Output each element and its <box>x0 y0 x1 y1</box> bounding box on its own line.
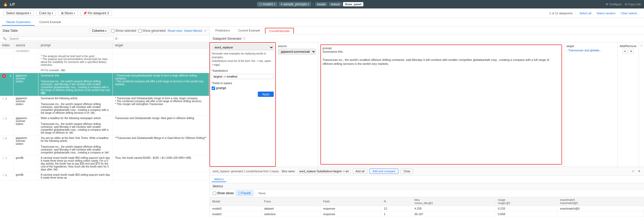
td-index <box>0 48 14 54</box>
row-actions: ☆ 7 <box>2 156 11 160</box>
star-button[interactable]: ☆ <box>2 137 5 140</box>
configure-button[interactable]: ⚙ Configure <box>606 3 622 6</box>
th-prompt: prompt <box>38 42 113 48</box>
add-remove-label: Add/Remove <box>620 44 637 48</box>
substitutions-input[interactable] <box>212 74 274 79</box>
add-all-button[interactable]: Add all <box>353 169 368 174</box>
td-index: ☆ 7 <box>0 155 14 172</box>
prompt-col-label: prompt <box>323 47 560 50</box>
td-target: Transocean and Globalsantafe merge: New … <box>113 116 209 135</box>
select-datapoint-button[interactable]: Select datapoint ▾ <box>3 11 34 16</box>
show-generated-label[interactable]: Show generated <box>138 29 166 33</box>
th-field: Field <box>320 197 381 206</box>
table-row[interactable]: ☆ 6 gigaword-summarization You are an ed… <box>0 135 209 155</box>
show-generated-checkbox[interactable] <box>138 29 142 33</box>
dataset-select[interactable]: ≡ sample_prompts ▾ <box>279 2 311 7</box>
clear-selection-button[interactable]: Clear selecti... <box>619 11 641 15</box>
metrics-field: response <box>320 206 381 211</box>
target-value: - Transocean and globals... <box>567 49 615 52</box>
layout-default-btn[interactable]: default <box>329 2 342 6</box>
layout-simple-btn[interactable]: simple <box>315 2 328 6</box>
star-button[interactable]: ☆ <box>6 74 9 78</box>
slices-label: Slices <box>64 11 73 15</box>
filter-icon[interactable]: ▼ <box>638 169 641 173</box>
select-random-button[interactable]: Select random <box>595 11 617 15</box>
copy-link-button[interactable]: ⧉ Copy Link <box>625 3 641 6</box>
slice-name-input[interactable] <box>298 169 351 174</box>
metrics-rouge: 0.658 <box>495 211 557 217</box>
td-source: gigaword-summarization <box>14 73 38 96</box>
table-row[interactable]: ☆ 7 gsm8k A carnival snack booth made $5… <box>0 155 209 172</box>
more-btn-7[interactable]: ••• <box>53 168 58 171</box>
expand-icon[interactable]: ⤢ <box>204 29 207 33</box>
columns-button[interactable]: Columns ▾ <box>90 28 109 33</box>
more-btn-5[interactable]: ••• <box>69 131 74 134</box>
metrics-row-selection: model1 selection response 1 36.167 0.658 <box>210 211 644 217</box>
more-btn-6[interactable]: ••• <box>104 151 109 154</box>
tab-counterfactuals[interactable]: Counterfactuals <box>265 28 294 34</box>
tab-predictions[interactable]: Predictions <box>212 27 233 34</box>
pin-datapoint-button[interactable]: 📌 Pin datapoint 3 <box>80 11 112 16</box>
fields-label: *Fields to replace <box>212 82 274 85</box>
info-icon[interactable]: ⓘ <box>243 37 246 40</box>
cf-header: Datapoint Generator ⓘ <box>210 35 644 42</box>
show-slices-label[interactable]: Show slices <box>213 191 234 195</box>
tab-current-example-right[interactable]: Current Example <box>234 27 264 34</box>
select-all-button[interactable]: Select all <box>578 11 593 15</box>
target-column: target - Transocean and globals... <box>564 42 617 167</box>
th-model: Model <box>210 197 261 206</box>
remove-row-button[interactable]: × <box>629 49 634 54</box>
add-compare-button[interactable]: Add and compare <box>369 169 398 174</box>
row-number: 6 <box>5 137 7 140</box>
star-button[interactable]: ☆ <box>2 117 5 120</box>
add-row-button[interactable]: + <box>623 49 628 54</box>
th-source: source <box>14 42 38 48</box>
cf-expand-icon[interactable]: ⤢ <box>640 44 643 47</box>
apply-button[interactable]: Apply <box>258 92 274 97</box>
table-row[interactable]: ☆ 8 gsm8k A carnival snack booth made $5… <box>0 172 209 180</box>
clear-button[interactable]: Clear <box>401 169 413 174</box>
sort-icon[interactable]: ≡ <box>632 169 634 173</box>
toolbar-left: Select datapoint ▾ Color by ▾ ⊞ Slices ▾… <box>3 11 112 16</box>
select-filtered-button[interactable]: Select filtered <box>184 29 202 32</box>
more-btn-3[interactable]: ••• <box>41 92 46 94</box>
more-btn-4[interactable]: ••• <box>90 111 95 114</box>
metrics-tab-metrics[interactable]: Metrics <box>212 177 226 182</box>
search-input[interactable] <box>8 36 114 41</box>
color-by-chevron: ▾ <box>52 12 53 15</box>
table-row[interactable]: ☆ 5 gigaword-summarization Write a headl… <box>0 116 209 135</box>
slices-button[interactable]: ⊞ Slices ▾ <box>58 11 78 16</box>
table-row[interactable]: ☆ 4 gigaword-summarization Summarize the… <box>0 96 209 116</box>
show-slices-checkbox[interactable] <box>213 192 216 195</box>
more-btn[interactable]: ••• <box>60 69 66 72</box>
star-button[interactable]: ☆ <box>2 173 5 177</box>
slice-name-label: Slice name: <box>281 170 295 173</box>
prompt-textarea[interactable]: Summarize this. Transocean inc., the wor… <box>323 50 560 82</box>
layout-three-panel-btn[interactable]: three_panel <box>343 2 364 6</box>
reset-view-button[interactable]: Reset view <box>168 29 182 32</box>
show-selected-label[interactable]: Show selected <box>111 29 136 33</box>
search-options-icon[interactable]: ⚙ <box>115 37 118 40</box>
table-row: * The analysis should be brief and to th… <box>0 54 209 68</box>
target-col-label: target <box>567 44 615 48</box>
toolbar-right: 1 of 12 datapoints › Select all Select r… <box>549 11 641 15</box>
tab-current-example[interactable]: Current Example <box>36 19 65 26</box>
row-actions: ☆ 5 <box>2 117 11 120</box>
col-target-label: target <box>115 43 123 47</box>
model-select[interactable]: ⬡ model1 ▾ <box>257 2 277 7</box>
tab-tabular-exploration[interactable]: Tabular Exploration <box>2 19 34 26</box>
star-button[interactable]: ☆ <box>2 156 5 160</box>
source-select[interactable]: gigaword-summarization gsm8k constitutio… <box>278 49 316 55</box>
row-number: 8 <box>5 174 7 177</box>
metrics-bleu: 36.167 <box>412 211 495 217</box>
star-button[interactable]: ☆ <box>2 97 5 100</box>
data-table: index source prompt target <box>0 42 209 180</box>
top-bar-right: ⚙ Configure ⧉ Copy Link <box>606 3 641 6</box>
right-panel: Predictions Current Example Counterfactu… <box>210 26 644 217</box>
facets-button[interactable]: ⬡ Facets <box>236 191 253 196</box>
color-by-button[interactable]: Color by ▾ <box>36 11 56 16</box>
show-selected-checkbox[interactable] <box>111 29 115 33</box>
generator-select[interactable]: word_replacer scrambler back_translate <box>212 44 274 50</box>
table-row-selected[interactable]: ● ☆ 3 gigaword-summarization Summarize t… <box>0 73 209 96</box>
fields-checkbox[interactable] <box>212 87 215 90</box>
